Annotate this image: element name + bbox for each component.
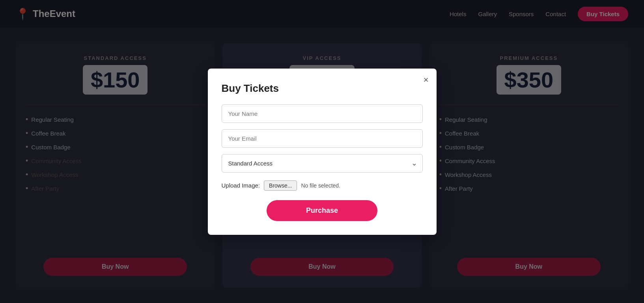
modal-overlay[interactable]: Buy Tickets × Standard Access VIP Access… xyxy=(0,0,644,303)
email-input[interactable] xyxy=(222,129,423,148)
name-input[interactable] xyxy=(222,104,423,123)
upload-row: Upload Image: Browse... No file selected… xyxy=(222,180,423,191)
purchase-button[interactable]: Purchase xyxy=(267,200,377,221)
access-type-wrapper: Standard Access VIP Access Premium Acces… xyxy=(222,154,423,173)
no-file-label: No file selected. xyxy=(301,182,340,189)
modal-close-button[interactable]: × xyxy=(424,76,429,84)
buy-tickets-modal: Buy Tickets × Standard Access VIP Access… xyxy=(208,69,437,235)
access-type-select[interactable]: Standard Access VIP Access Premium Acces… xyxy=(222,154,423,173)
modal-title: Buy Tickets xyxy=(222,82,423,95)
browse-button[interactable]: Browse... xyxy=(264,180,297,191)
upload-label: Upload Image: xyxy=(222,182,260,189)
